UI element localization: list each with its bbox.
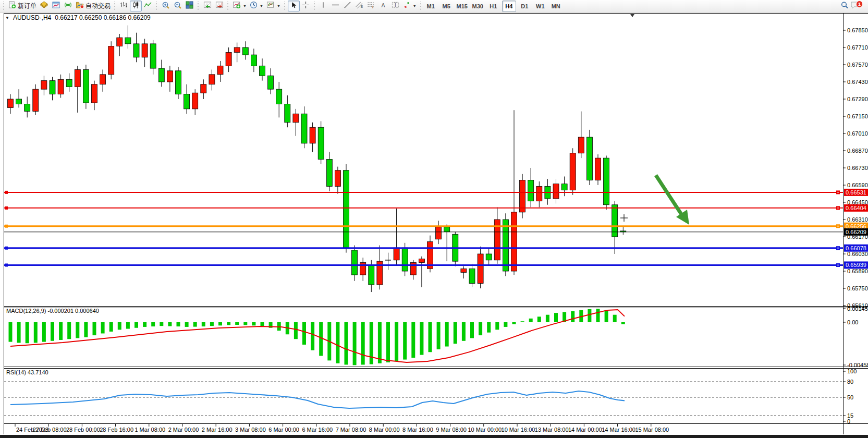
ohlc-values: 0.66217 0.66250 0.66186 0.66209 bbox=[55, 14, 151, 21]
macd-histogram-bar bbox=[361, 322, 365, 364]
candle-down bbox=[318, 127, 324, 159]
time-axis-label: 8 Mar 00:00 bbox=[369, 427, 400, 433]
trendline-button[interactable] bbox=[341, 1, 353, 11]
cursor-arrow-icon bbox=[290, 2, 297, 11]
bar-chart-icon bbox=[120, 1, 128, 11]
autotrade-button[interactable]: 自动交易 bbox=[74, 1, 112, 11]
autoscroll-button[interactable] bbox=[201, 1, 213, 11]
time-axis-label: 15 Mar 08:00 bbox=[635, 427, 669, 433]
text-label-button[interactable]: T bbox=[389, 1, 401, 11]
bottom-edge bbox=[0, 435, 868, 438]
svg-text:T: T bbox=[394, 2, 397, 8]
macd-histogram-bar bbox=[311, 322, 314, 350]
periods-clock-button[interactable]: ▼ bbox=[248, 1, 265, 11]
macd-histogram-bar bbox=[294, 322, 298, 339]
candle-down bbox=[260, 66, 265, 76]
vertical-line-button[interactable] bbox=[317, 1, 329, 11]
chart-shift-button[interactable] bbox=[213, 1, 225, 11]
price-axis-label: 0.66310 bbox=[847, 216, 868, 223]
toolbar-grip[interactable] bbox=[420, 2, 422, 11]
macd-histogram-bar bbox=[84, 322, 88, 337]
candlestick-chart-button[interactable] bbox=[130, 1, 142, 11]
text-a-icon: A bbox=[380, 1, 387, 11]
timeframe-button-MN[interactable]: MN bbox=[549, 1, 563, 12]
equidistant-channel-button[interactable]: E bbox=[353, 1, 365, 11]
signals-button[interactable] bbox=[62, 1, 74, 11]
macd-histogram-bar bbox=[185, 322, 189, 327]
dropdown-caret-icon: ▼ bbox=[243, 4, 247, 8]
tile-windows-icon bbox=[186, 1, 193, 11]
timeframe-button-M5[interactable]: M5 bbox=[439, 1, 454, 12]
macd-histogram-bar bbox=[93, 322, 96, 335]
new-order-button[interactable]: 新订单 bbox=[7, 1, 38, 11]
timeframe-button-M30[interactable]: M30 bbox=[471, 1, 485, 12]
notifications-button[interactable]: 1 bbox=[850, 1, 860, 11]
candle-up bbox=[58, 79, 64, 94]
chart-canvas[interactable]: 0.678500.677100.675700.674300.672900.671… bbox=[0, 0, 868, 438]
fibonacci-button[interactable]: F bbox=[365, 1, 377, 11]
toolbar-grip[interactable] bbox=[284, 2, 286, 11]
main-toolbar: 新订单 自动交易 bbox=[0, 0, 868, 13]
macd-histogram-bar bbox=[571, 311, 574, 322]
timeframe-button-M15[interactable]: M15 bbox=[455, 1, 469, 12]
search-button[interactable] bbox=[838, 1, 850, 11]
macd-histogram-bar bbox=[235, 322, 239, 325]
macd-histogram-bar bbox=[420, 322, 423, 355]
candle-down bbox=[469, 269, 475, 283]
macd-histogram-bar bbox=[546, 315, 549, 322]
toolbar-grip[interactable] bbox=[227, 2, 229, 11]
candle-up bbox=[520, 180, 525, 212]
profiles-button[interactable] bbox=[50, 1, 62, 11]
toolbar-grip[interactable] bbox=[114, 2, 116, 11]
crosshair-button[interactable] bbox=[300, 1, 312, 11]
timeframe-button-H4[interactable]: H4 bbox=[502, 1, 516, 12]
hline-price-label: 0.66404 bbox=[844, 204, 868, 212]
new-chart-button[interactable] bbox=[38, 1, 50, 11]
toolbar-grip[interactable] bbox=[313, 2, 316, 11]
hline-left-handle[interactable] bbox=[5, 225, 8, 228]
add-indicator-button[interactable]: ▼ bbox=[231, 1, 248, 11]
horizontal-line-button[interactable] bbox=[329, 1, 341, 11]
hline-left-handle[interactable] bbox=[5, 206, 8, 210]
macd-histogram-bar bbox=[202, 322, 205, 326]
hline-left-handle[interactable] bbox=[5, 263, 8, 266]
macd-histogram-bar bbox=[227, 322, 230, 325]
toolbar-grip[interactable] bbox=[197, 2, 200, 11]
candle-down bbox=[586, 137, 592, 180]
toolbar-grip[interactable] bbox=[155, 2, 158, 11]
candle-down bbox=[285, 104, 290, 122]
templates-button[interactable]: ▼ bbox=[265, 1, 282, 11]
candle-down bbox=[369, 265, 374, 285]
text-button[interactable]: A bbox=[377, 1, 389, 11]
time-axis-label: 2 Mar 00:00 bbox=[168, 427, 199, 433]
toolbar-grip[interactable] bbox=[3, 2, 5, 11]
chart-dropdown-icon[interactable]: ▼ bbox=[5, 16, 9, 20]
macd-histogram-bar bbox=[345, 322, 348, 364]
cursor-button[interactable] bbox=[288, 1, 300, 11]
macd-axis-label: 0.00 bbox=[847, 319, 858, 325]
macd-histogram-bar bbox=[168, 322, 172, 326]
timeframe-button-W1[interactable]: W1 bbox=[533, 1, 547, 12]
macd-histogram-bar bbox=[126, 322, 130, 329]
line-chart-button[interactable] bbox=[142, 1, 154, 11]
hline-left-handle[interactable] bbox=[5, 191, 8, 194]
macd-histogram-bar bbox=[302, 322, 306, 345]
zoom-out-button[interactable] bbox=[172, 1, 184, 11]
macd-histogram-bar bbox=[151, 322, 155, 326]
arrows-objects-button[interactable]: ▼ bbox=[401, 1, 418, 11]
tile-windows-button[interactable] bbox=[184, 1, 195, 11]
timeframe-button-M1[interactable]: M1 bbox=[424, 1, 438, 12]
timeframe-button-H1[interactable]: H1 bbox=[486, 1, 500, 12]
candle-up bbox=[595, 158, 601, 180]
zoom-in-button[interactable] bbox=[160, 1, 172, 11]
hline-left-handle[interactable] bbox=[5, 247, 8, 250]
candle-up bbox=[33, 89, 39, 111]
candle-down bbox=[604, 158, 609, 205]
bar-chart-button[interactable] bbox=[118, 1, 130, 11]
profiles-icon bbox=[52, 1, 60, 11]
new-order-icon bbox=[8, 1, 16, 11]
candle-down bbox=[66, 79, 72, 87]
crosshair-icon bbox=[302, 1, 310, 11]
timeframe-button-D1[interactable]: D1 bbox=[518, 1, 532, 12]
rsi-axis-label: 100 bbox=[847, 368, 857, 374]
